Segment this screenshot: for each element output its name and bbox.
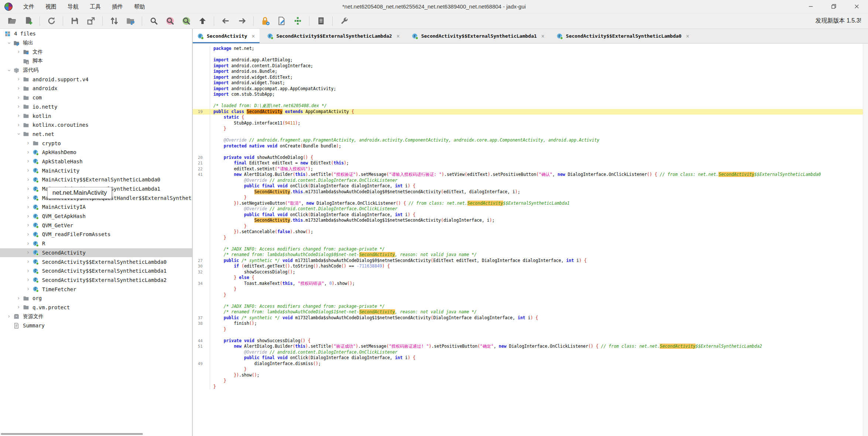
code-text[interactable]: /* renamed from: lambda$showAuthCodeDial… [210,252,868,258]
code-text[interactable]: import android.content.DialogInterface; [210,63,868,69]
code-text[interactable]: final EditText editText = new EditText(t… [210,160,868,166]
code-text[interactable] [210,52,868,58]
code-text[interactable]: import android.widget.EditText; [210,75,868,81]
chevron-closed-icon[interactable]: › [24,250,32,255]
tab[interactable]: CSecondActivity× [193,29,260,43]
minimize-button[interactable] [799,0,822,13]
tree-item[interactable]: ›kotlin [0,111,192,120]
tree-item[interactable]: ›CSecondActivity$$ExternalSyntheticLambd… [0,266,192,276]
chevron-closed-icon[interactable]: › [14,113,23,119]
tab[interactable]: CSecondActivity$$ExternalSyntheticLambda… [263,29,404,43]
code-text[interactable]: } [210,126,868,132]
sync-icon[interactable] [108,15,120,27]
code-text[interactable]: import androidx.appcompat.app.AppCompatA… [210,86,868,92]
code-text[interactable]: } [210,384,868,390]
chevron-closed-icon[interactable]: › [24,186,32,192]
chevron-closed-icon[interactable]: › [24,159,32,164]
close-button[interactable] [845,0,868,13]
code-text[interactable]: showSuccessDialog(); [210,269,868,275]
code-text[interactable] [210,132,868,138]
code-text[interactable]: editText.setHint("请输入授权码"); [210,166,868,172]
chevron-closed-icon[interactable]: › [14,296,23,301]
chevron-closed-icon[interactable]: › [24,150,32,155]
chevron-closed-icon[interactable]: › [24,195,32,201]
menu-file[interactable]: 文件 [18,0,40,13]
code-text[interactable]: } [210,286,868,292]
reload-icon[interactable] [45,15,58,27]
class-search-icon[interactable] [164,15,176,27]
tree-item[interactable]: ›CTimeFetcher [0,285,192,294]
tree-item[interactable]: ›输出 [0,38,192,48]
deobfuscation-icon[interactable] [259,15,271,27]
chevron-closed-icon[interactable]: › [4,314,13,319]
add-files-icon[interactable] [22,15,34,27]
chevron-closed-icon[interactable]: › [14,122,23,128]
code-text[interactable]: StubApp.interface11(9411); [210,120,868,126]
flat-packages-icon[interactable] [124,15,137,27]
tree-item[interactable]: ›资源文件 [0,312,192,321]
tab[interactable]: CSecondActivity$$ExternalSyntheticLambda… [552,29,694,43]
tree-item[interactable]: ›androidx [0,84,192,93]
tree-item[interactable]: ›CQVM_GetVer [0,221,192,230]
code-text[interactable]: private void showSuccessDialog() { [210,338,868,344]
tab-close-icon[interactable]: × [541,33,545,40]
code-text[interactable]: } else { [210,275,868,281]
rename-icon[interactable] [275,15,288,27]
chevron-closed-icon[interactable]: › [24,204,32,210]
code-text[interactable]: @Override // android.content.DialogInter… [210,350,868,355]
maximize-button[interactable] [822,0,845,13]
tree-item[interactable]: ›CApkStableHash [0,157,192,166]
tree-item[interactable]: ›CQVM_readFileFromAssets [0,230,192,239]
menu-navigation[interactable]: 导航 [62,0,84,13]
code-text[interactable] [210,241,868,246]
tree-item[interactable]: 4 files [0,29,192,38]
code-text[interactable]: static { [210,115,868,120]
tree-item[interactable]: 脚本 [0,57,192,66]
chevron-closed-icon[interactable]: › [24,259,32,265]
tree-item[interactable]: ›CSecondActivity$$ExternalSyntheticLambd… [0,276,192,285]
chevron-closed-icon[interactable]: › [24,286,32,292]
code-text[interactable]: /* JADX INFO: Access modifiers changed f… [210,246,868,252]
code-text[interactable]: }).setNegativeButton("取消", new DialogInt… [210,201,868,207]
code-text[interactable]: } [210,224,868,229]
tab-close-icon[interactable]: × [397,33,400,40]
menu-view[interactable]: 视图 [40,0,62,13]
tree-item[interactable]: ›org [0,294,192,303]
chevron-closed-icon[interactable]: › [14,76,23,82]
tree-item[interactable]: ›q.vm.protect [0,303,192,312]
tree-item[interactable]: ›CMainActivityIA [0,202,192,212]
forward-icon[interactable] [236,15,248,27]
tree-item[interactable]: ›net.net [0,130,192,139]
save-all-icon[interactable] [68,15,81,27]
editor-vertical-scrollbar[interactable] [863,44,868,436]
tree-item[interactable]: ›CMainActivity$$ExternalSyntheticLambda0 [0,175,192,184]
menu-tools[interactable]: 工具 [84,0,106,13]
code-text[interactable]: finish(); [210,321,868,327]
code-text[interactable]: /* loaded from: D:\桌面\net.net6205408.dex… [210,103,868,109]
tree-item[interactable]: ›CSecondActivity$$ExternalSyntheticLambd… [0,257,192,266]
chevron-closed-icon[interactable]: › [24,241,32,246]
code-text[interactable]: import android.app.AlertDialog; [210,57,868,63]
code-text[interactable] [210,149,868,155]
export-icon[interactable] [85,15,97,27]
code-text[interactable]: SecondActivity.this.m1732lambda$showAuth… [210,218,868,224]
update-notice[interactable]: 发现新版本 1.5.3! [816,17,861,25]
code-text[interactable] [210,332,868,338]
code-text[interactable]: } [210,235,868,241]
tab-close-icon[interactable]: × [686,33,689,40]
code-text[interactable]: } [210,367,868,372]
code-text[interactable]: new AlertDialog.Builder(this).setTitle("… [210,172,868,178]
comment-search-icon[interactable] [180,15,192,27]
tree-item[interactable]: ›源代码 [0,66,192,75]
tree-item[interactable]: ›kotlinx.coroutines [0,120,192,130]
code-text[interactable]: /* JADX INFO: Access modifiers changed f… [210,304,868,310]
tree-item[interactable]: ›CQVM_GetApkHash [0,212,192,221]
tree-item[interactable]: ›CSecondActivity [0,248,192,258]
tree-item[interactable]: ›文件 [0,47,192,57]
chevron-closed-icon[interactable]: › [24,277,32,283]
code-text[interactable]: SecondActivity.this.m1731lambda$showAuth… [210,189,868,195]
code-text[interactable] [210,298,868,304]
code-text[interactable]: new AlertDialog.Builder(this).setTitle("… [210,344,868,350]
code-text[interactable]: @Override // android.content.DialogInter… [210,178,868,184]
code-text[interactable]: public final void onClick(DialogInterfac… [210,212,868,218]
